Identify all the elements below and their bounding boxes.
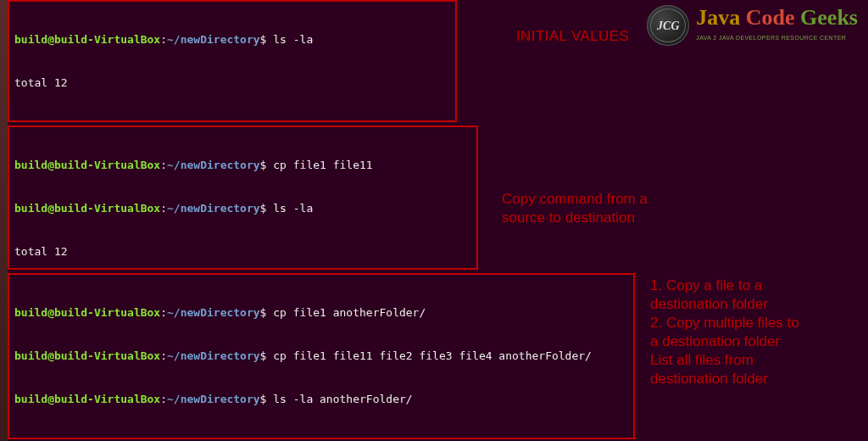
prompt-line: build@build-VirtualBox:~/newDirectory$ c… xyxy=(14,349,628,363)
prompt-path: ~/newDirectory xyxy=(167,33,260,46)
ls-row: drwxrwxr-x 3 build build 4096 iul 14 23:… xyxy=(14,119,450,122)
logo-text: Java Code Geeks Java 2 Java Developers R… xyxy=(696,7,858,45)
ls-total: total 12 xyxy=(14,75,450,90)
logo-wordmark: Java Code Geeks xyxy=(696,7,858,29)
prompt-user: build@build-VirtualBox xyxy=(14,33,160,46)
prompt-line: build@build-VirtualBox:~/newDirectory$ l… xyxy=(14,32,450,47)
terminal-copy-single[interactable]: build@build-VirtualBox:~/newDirectory$ c… xyxy=(8,126,478,270)
prompt-line: build@build-VirtualBox:~/newDirectory$ c… xyxy=(14,158,471,172)
label-initial: INITIAL VALUES xyxy=(516,27,629,46)
cmd-ls-folder: ls -la anotherFolder/ xyxy=(273,393,412,405)
terminal-copy-multiple[interactable]: build@build-VirtualBox:~/newDirectory$ c… xyxy=(8,273,635,439)
prompt-line: build@build-VirtualBox:~/newDirectory$ l… xyxy=(14,392,628,406)
terminal-initial[interactable]: build@build-VirtualBox:~/newDirectory$ l… xyxy=(8,0,457,122)
cmd-ls: ls -la xyxy=(273,202,313,215)
logo-tagline: Java 2 Java Developers Resource Center xyxy=(696,31,858,45)
ls-total: total 8 xyxy=(14,435,628,439)
prompt-line: build@build-VirtualBox:~/newDirectory$ c… xyxy=(14,305,628,320)
prompt-line: build@build-VirtualBox:~/newDirectory$ l… xyxy=(14,201,471,215)
cmd-cp-to-folder: cp file1 anotherFolder/ xyxy=(273,306,426,319)
content: build@build-VirtualBox:~/newDirectory$ l… xyxy=(8,0,868,441)
ls-total: total 12 xyxy=(14,244,471,259)
label-steps: 1. Copy a file to a destionation folder … xyxy=(650,276,868,388)
launcher-strip xyxy=(0,0,8,441)
logo-badge-icon: JCG xyxy=(647,5,689,46)
cmd-ls: ls -la xyxy=(273,33,313,46)
cmd-cp-file1-file11: cp file1 file11 xyxy=(273,159,372,171)
label-copy: Copy command from a source to destinatio… xyxy=(502,190,648,227)
logo: JCG Java Code Geeks Java 2 Java Develope… xyxy=(647,5,858,46)
cmd-cp-multi: cp file1 file11 file2 file3 file4 anothe… xyxy=(273,349,592,362)
